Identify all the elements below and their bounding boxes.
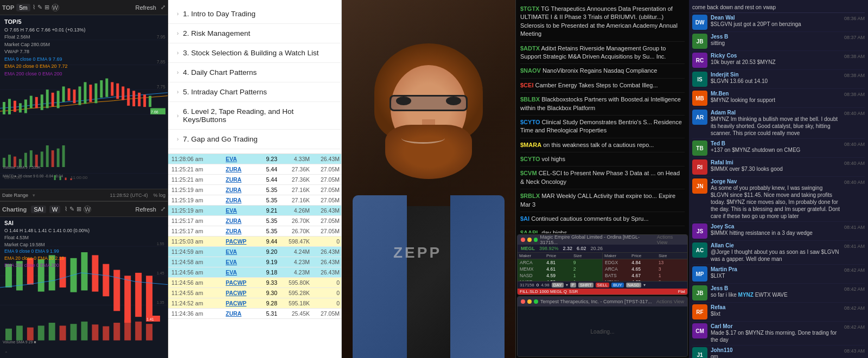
trade-symbol[interactable]: ZURA	[226, 176, 253, 183]
trade-row[interactable]: 11:25:21 am ZURA 5.44 27.36K 27.05M 0.	[168, 175, 341, 185]
trade-row[interactable]: 11:24:56 am EVA 9.18 4.23M 26.43M 6	[168, 267, 341, 278]
chart-lower-draw-icon[interactable]: ✎	[69, 206, 74, 213]
chart-percent[interactable]: % log	[153, 193, 165, 198]
chart-lower-settings-icon[interactable]: W	[84, 206, 91, 213]
course-item-6[interactable]: ›6. Level 2, Tape Reading, and Hot Keys/…	[168, 102, 341, 130]
level2-bid-row[interactable]: ARCA4.819	[518, 259, 602, 266]
chart-lower-timeframe[interactable]: W	[49, 206, 60, 213]
expand-dot[interactable]	[534, 238, 538, 242]
chart-lower-expand-icon[interactable]: ⤢	[161, 206, 165, 213]
trade-row[interactable]: 11:24:58 am EVA 9.19 4.23M 26.43M 6	[168, 257, 341, 267]
day-btn[interactable]: DAY	[552, 283, 564, 287]
news-ticker[interactable]: $CYTO	[520, 156, 540, 162]
trade-symbol[interactable]: EVA	[226, 269, 253, 276]
news-ticker[interactable]: $ADTX	[520, 45, 540, 52]
nasd-btn[interactable]: NASD	[626, 283, 641, 287]
chat-username[interactable]: Inderjit Sin	[711, 72, 841, 78]
chart-lower-ticker[interactable]: SAI	[31, 206, 46, 213]
chat-username[interactable]: Ted B	[711, 140, 841, 146]
minimize-dot-2[interactable]	[527, 299, 532, 304]
chat-username[interactable]: Jess B	[711, 285, 841, 291]
news-ticker[interactable]: $CYTO	[520, 119, 540, 125]
trade-symbol[interactable]: PACWP	[226, 290, 253, 296]
trade-symbol[interactable]: ZURA	[226, 218, 253, 224]
trade-row[interactable]: 11:24:52 am PACWP 9.28 595.18K 0 1	[168, 298, 341, 309]
chat-username[interactable]: Refaa	[711, 304, 841, 310]
news-ticker[interactable]: $AAPL	[520, 229, 540, 233]
chat-username[interactable]: Carl Mor	[711, 323, 841, 329]
trade-symbol[interactable]: EVA	[226, 259, 253, 265]
chart-lower-indicator-icon[interactable]: ⌇	[65, 206, 67, 213]
news-ticker[interactable]: $CEI	[520, 82, 533, 88]
chat-username[interactable]: Allan Cie	[711, 242, 841, 248]
chart-indicator-icon[interactable]: ⌇	[33, 4, 35, 11]
trade-symbol[interactable]: PACWP	[226, 238, 253, 245]
chart-lower-grid-icon[interactable]: ⊞	[76, 206, 81, 213]
trade-symbol[interactable]: ZURA	[226, 197, 253, 203]
trade-row[interactable]: 11:25:19 am EVA 9.21 4.26M 26.43M 6	[168, 206, 341, 216]
chart-lower-expand-btn[interactable]: ⌃	[4, 351, 8, 356]
buy-btn[interactable]: BUY	[611, 283, 623, 287]
level2-bid-row[interactable]: NASD4.591	[518, 272, 602, 279]
close-dot[interactable]	[521, 238, 525, 242]
p-btn[interactable]: P	[570, 283, 576, 287]
minimize-dot[interactable]	[527, 238, 532, 242]
chat-username[interactable]: Dean Wal	[711, 15, 841, 21]
trade-symbol[interactable]: ZURA	[226, 187, 253, 193]
level2-ask-row[interactable]: ARCA4.653	[603, 266, 687, 272]
news-ticker[interactable]: $BLBX	[520, 96, 540, 103]
news-ticker[interactable]: $MARA	[520, 142, 541, 148]
trade-row[interactable]: 11:24:36 am ZURA 5.31 25.45K 27.05M 0.	[168, 309, 341, 319]
level2-ask-row[interactable]: EDGX4.8413	[603, 259, 687, 266]
news-ticker[interactable]: $AI	[520, 215, 529, 222]
chart-lower-refresh-btn[interactable]: Refresh	[135, 206, 156, 213]
trade-symbol[interactable]: EVA	[226, 248, 253, 255]
chat-username[interactable]: Adam Ral	[711, 110, 841, 116]
chat-username[interactable]: Martin Pra	[711, 266, 841, 272]
trade-symbol[interactable]: ZURA	[226, 310, 253, 317]
level2-bid-row[interactable]: MEMX4.612	[518, 266, 602, 272]
trade-symbol[interactable]: PACWP	[226, 300, 253, 306]
chat-username[interactable]: Rafal Imi	[711, 159, 841, 165]
chart-top-refresh-btn[interactable]: Refresh	[135, 4, 156, 11]
expand-dot-2[interactable]	[534, 299, 538, 304]
trade-row[interactable]: 11:25:17 am ZURA 5.35 26.70K 27.05M 0.	[168, 216, 341, 226]
trade-row[interactable]: 11:24:59 am EVA 9.20 4.24M 26.43M 6	[168, 247, 341, 257]
news-ticker[interactable]: $NAOV	[520, 67, 541, 74]
chart-expand-icon[interactable]: ⤢	[161, 4, 165, 11]
chat-username[interactable]: Ricky Cos	[711, 53, 841, 59]
trade-row[interactable]: 11:25:19 am ZURA 5.35 27.16K 27.05M 0.	[168, 195, 341, 206]
trade-row[interactable]: 11:25:21 am ZURA 5.44 27.36K 27.05M 0.	[168, 164, 341, 175]
news-ticker[interactable]: $TGTX	[520, 5, 539, 12]
trade-row[interactable]: 11:28:06 am EVA 9.23 4.33M 26.43M 6	[168, 154, 341, 164]
chart-date-range[interactable]: Date Range	[2, 193, 28, 198]
course-item-5[interactable]: ›5. Intraday Chart Patterns	[168, 82, 341, 102]
trade-symbol[interactable]: EVA	[226, 207, 253, 214]
trade-row[interactable]: 11:25:19 am ZURA 5.35 27.16K 27.05M 0.	[168, 185, 341, 195]
chat-username[interactable]: Jess B	[711, 34, 841, 40]
trade-symbol[interactable]: ZURA	[226, 228, 253, 234]
course-item-3[interactable]: ›3. Stock Selection & Building a Watch L…	[168, 43, 341, 63]
level2-menu-2[interactable]: Actions View	[656, 299, 684, 304]
chart-settings-icon[interactable]: W	[52, 4, 59, 11]
trade-row[interactable]: 11:24:55 am PACWP 9.30 595.28K 0 1	[168, 288, 341, 298]
news-ticker[interactable]: $RBLX	[520, 193, 540, 199]
course-item-7[interactable]: ›7. Gap and Go Trading	[168, 130, 341, 149]
trade-row[interactable]: 11:25:17 am ZURA 5.35 26.70K 27.05M 0.	[168, 226, 341, 236]
shrt-btn[interactable]: SHRT	[578, 283, 593, 287]
trade-symbol[interactable]: ZURA	[226, 166, 253, 172]
news-ticker[interactable]: $CVM	[520, 170, 537, 176]
trade-row[interactable]: 11:24:56 am PACWP 9.33 595.80K 0 1	[168, 278, 341, 288]
chart-grid-icon[interactable]: ⊞	[44, 4, 49, 11]
close-dot-2[interactable]	[521, 299, 525, 304]
chat-username[interactable]: Mr.Ben	[711, 91, 841, 97]
course-item-2[interactable]: ›2. Risk Management	[168, 24, 341, 43]
trade-symbol[interactable]: PACWP	[226, 279, 253, 286]
level2-ask-row[interactable]: BATS4.671	[603, 272, 687, 279]
chart-draw-icon[interactable]: ✎	[37, 4, 42, 11]
stock-link[interactable]: MYNZ	[738, 292, 754, 298]
trade-symbol[interactable]: EVA	[226, 156, 253, 162]
level2-menu-1[interactable]: Actions View	[657, 234, 684, 245]
course-item-4[interactable]: ›4. Daily Chart Patterns	[168, 63, 341, 82]
chart-top-timeframe[interactable]: 5m	[16, 4, 30, 11]
